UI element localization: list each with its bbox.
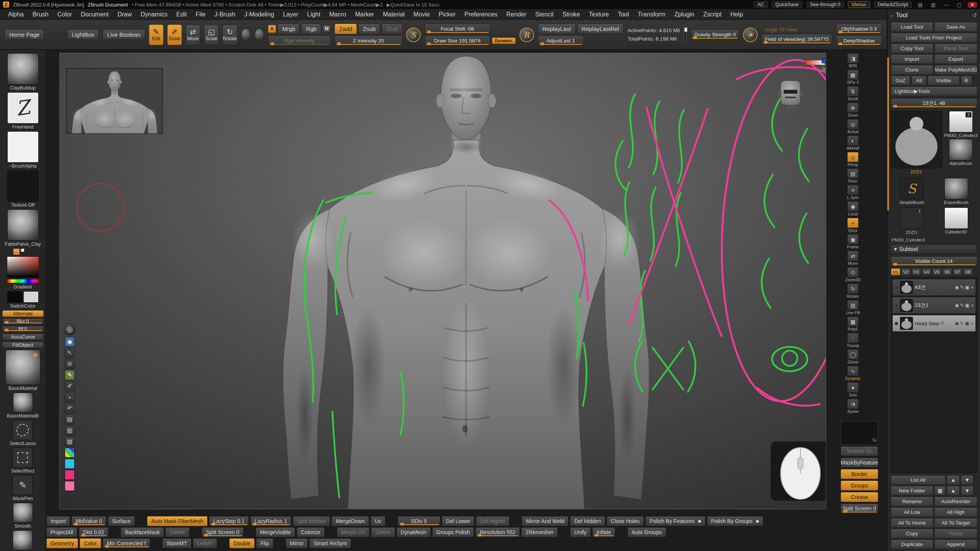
subtool-handle-icon[interactable] xyxy=(895,322,898,325)
brush-slot[interactable]: Texture Off xyxy=(7,170,39,208)
menu-item[interactable]: Macro xyxy=(325,10,350,19)
menu-item[interactable]: Preferences xyxy=(460,10,501,19)
visibility-tab[interactable]: V3 xyxy=(911,268,921,276)
titlebar-button[interactable]: QuickSave xyxy=(772,1,802,8)
dynamic-toggle[interactable]: Dynamic xyxy=(492,37,516,44)
menu-item[interactable]: Zplugin xyxy=(670,10,698,19)
light-sun-icon[interactable]: ☀ xyxy=(743,28,758,42)
brush-slot[interactable]: ~BrushAlpha xyxy=(7,131,39,169)
titlebar-button[interactable]: See-through 0 xyxy=(806,1,844,8)
menu-item[interactable]: Movie xyxy=(409,10,434,19)
right-shelf-button[interactable]: ◉ Local xyxy=(847,201,859,216)
visible-count-slider[interactable]: Visible Count 14 xyxy=(891,256,977,266)
brush-slot[interactable]: FabioPaiva_Clay xyxy=(5,209,41,247)
z-intensity-slider[interactable]: Z Intensity 20 xyxy=(335,36,402,46)
tray-slot[interactable]: BasicMaterialB xyxy=(7,393,39,419)
split-screen-slider[interactable]: Split Screen 0 xyxy=(841,504,878,514)
live-boolean-button[interactable]: Live Boolean xyxy=(103,29,145,40)
menu-item[interactable]: Edit xyxy=(172,10,191,19)
bottom-bar-button[interactable]: Delete xyxy=(371,527,395,537)
menu-item[interactable]: Draw xyxy=(113,10,136,19)
tool-panel-button[interactable]: Visible xyxy=(928,76,960,85)
right-shelf-button[interactable]: ⊕ Zoom xyxy=(847,103,859,117)
bottom-bar-button[interactable]: Del Higher xyxy=(476,516,510,526)
bottom-bar-button[interactable]: Uv xyxy=(371,516,385,526)
canvas-tool-icon[interactable]: ▥ xyxy=(65,425,75,435)
eraserbrush-thumbnail[interactable] xyxy=(944,178,968,199)
bottom-bar-button[interactable]: Auto Groups xyxy=(627,527,666,537)
bottom-bar-button[interactable]: Colorize xyxy=(297,527,325,537)
rotate-button[interactable]: ↻ Rotate xyxy=(222,24,237,45)
visibility-tab[interactable]: V4 xyxy=(922,268,931,276)
subtool-action-button[interactable]: All High xyxy=(934,507,977,517)
right-shelf-button[interactable]: ▥ Line Fill xyxy=(846,300,860,315)
subtool-action-button[interactable]: New Folder xyxy=(891,486,934,496)
mrgb-button[interactable]: Mrgb xyxy=(278,24,300,34)
switch-color[interactable]: SwitchColor xyxy=(7,291,39,309)
menu-item[interactable]: Help xyxy=(726,10,747,19)
rf-slider[interactable]: Rf 0 xyxy=(2,326,44,332)
bottom-bar-button[interactable]: SDiv 5 xyxy=(398,516,440,526)
tool-panel-button[interactable]: Import xyxy=(891,54,934,64)
menu-item[interactable]: Color xyxy=(53,10,76,19)
tray-slot[interactable]: Smooth xyxy=(13,503,33,529)
tool-panel-button[interactable]: Paste Tool xyxy=(934,44,977,53)
right-shelf-button[interactable]: ▦ SPix 3 xyxy=(847,70,859,85)
subtool-action-button[interactable]: Copy xyxy=(891,529,934,538)
gravity-strength-slider[interactable]: Gravity Strength 0 xyxy=(691,29,739,40)
obj-shadow-slider[interactable]: ObjShadow 0.3 xyxy=(836,24,882,34)
color-knob[interactable] xyxy=(255,28,264,41)
canvas-tool-icon[interactable]: ✐ xyxy=(65,381,75,391)
lightbox-button[interactable]: LightBox xyxy=(67,29,99,40)
bottom-bar-button[interactable]: Geometry xyxy=(46,538,78,548)
subtool-action-button[interactable]: ▼ xyxy=(961,486,974,496)
subtool-action-button[interactable]: Duplicate xyxy=(891,540,934,549)
alphabrush-thumbnail[interactable] xyxy=(949,139,973,160)
subtool-action-button[interactable]: All To Home xyxy=(891,518,934,528)
field-of-view-slider[interactable]: Field of view(deg) 39.59775 xyxy=(761,34,832,44)
bottom-bar-button[interactable]: Smart ReSym xyxy=(309,538,351,548)
titlebar-button[interactable]: DefaultZScript xyxy=(874,1,912,8)
canvas-tool-icon[interactable]: ▤ xyxy=(65,414,75,424)
canvas-tool-icon[interactable]: ↖ xyxy=(65,348,75,358)
menu-item[interactable]: Tool xyxy=(614,10,633,19)
canvas-tool-icon[interactable] xyxy=(65,459,75,469)
bottom-bar-button[interactable]: Dist 0.02 xyxy=(79,527,108,537)
fillobject-button[interactable]: FillObject xyxy=(2,342,44,348)
tool-panel-button[interactable]: Export xyxy=(934,54,977,64)
window-control-icon[interactable]: ✕ xyxy=(968,2,977,8)
m-chip[interactable]: M xyxy=(323,25,331,33)
simplebrush-thumbnail[interactable]: S xyxy=(900,178,924,199)
bottom-bar-button[interactable]: Mirror xyxy=(286,538,308,548)
menu-item[interactable]: J-Brush xyxy=(210,10,240,19)
subtool-action-button[interactable]: List All xyxy=(891,475,946,485)
right-shelf-button[interactable]: ⊙ Zoom3D xyxy=(845,267,861,282)
bottom-bar-button[interactable]: MidValue 0 xyxy=(72,516,106,526)
record-icon[interactable]: R xyxy=(519,28,534,42)
bottom-bar-button[interactable]: ProjectAll xyxy=(46,527,77,537)
subtool-row-icons[interactable] xyxy=(955,321,973,326)
subtool-row-icons[interactable] xyxy=(955,303,973,308)
blur-slider[interactable]: Blur 0 xyxy=(2,318,44,324)
alt-color-swatch[interactable] xyxy=(23,291,39,303)
canvas-tool-icon[interactable]: ◎ xyxy=(64,323,76,336)
right-shelf-button[interactable]: ◐ AAHalf xyxy=(847,135,859,150)
menu-item[interactable]: Marker xyxy=(351,10,378,19)
tool-name-slider[interactable]: 23건1. 48 xyxy=(891,98,977,108)
figure-tool-thumbnail[interactable]: 3 xyxy=(900,207,924,229)
menu-item[interactable]: Render xyxy=(502,10,530,19)
bottom-bar-button[interactable]: Unify xyxy=(570,527,591,537)
menu-item[interactable]: Material xyxy=(379,10,409,19)
document-canvas[interactable]: ◎◉↖⊘✎✐•↶▤▥▧ xyxy=(59,53,826,509)
visibility-tab[interactable]: V2 xyxy=(901,268,911,276)
canvas-tool-icon[interactable]: ▧ xyxy=(65,437,75,447)
window-control-icon[interactable]: ▤ xyxy=(916,2,925,8)
brush-slot[interactable]: FreeHand xyxy=(7,92,39,130)
menu-item[interactable]: File xyxy=(191,10,210,19)
accucurve-button[interactable]: AccuCurve xyxy=(2,334,44,340)
titlebar-button[interactable]: Menus xyxy=(848,1,870,8)
home-page-button[interactable]: Home Page xyxy=(5,29,44,40)
bottom-bar-button[interactable]: StoreMT xyxy=(162,538,191,548)
bottom-bar-button[interactable]: Auto Mask FiberMesh xyxy=(147,516,207,526)
current-color-swatch[interactable] xyxy=(13,248,20,255)
